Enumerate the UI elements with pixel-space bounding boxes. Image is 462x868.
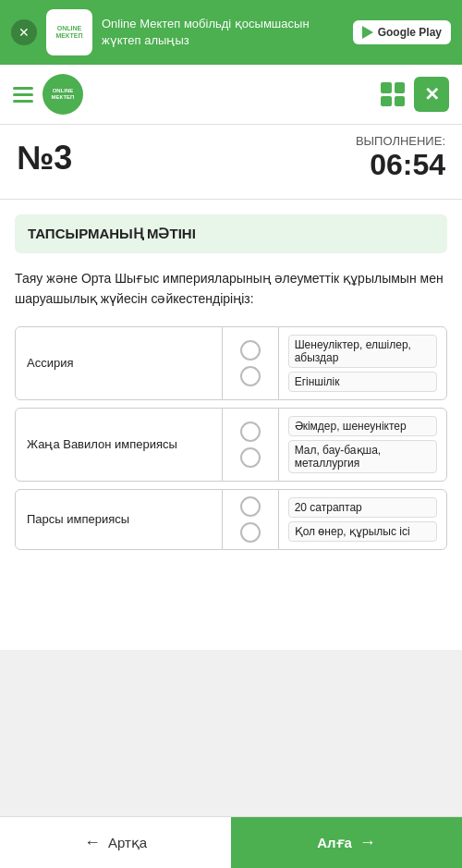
play-icon bbox=[362, 26, 373, 39]
right-item-3-1: Қол өнер, құрылыс ісі bbox=[288, 521, 437, 542]
google-play-label: Google Play bbox=[378, 26, 442, 39]
right-item-2-0: Әкімдер, шенеуніктер bbox=[288, 416, 437, 436]
radio-3-top[interactable] bbox=[240, 496, 261, 517]
back-label: Артқа bbox=[108, 835, 147, 851]
task-title-box: ТАПСЫРМАНЫҢ МӘТІНІ bbox=[15, 214, 447, 253]
left-cell-3: Парсы империясы bbox=[15, 489, 223, 550]
right-cell-1: Шенеуліктер, елшілер, абыздар Егіншілік bbox=[278, 326, 447, 400]
match-row-2: Жаңа Вавилон империясы Әкімдер, шенеунік… bbox=[15, 408, 447, 482]
right-item-3-0: 20 сатраптар bbox=[288, 497, 437, 518]
right-cell-2: Әкімдер, шенеуніктер Мал, бау-бақша, мет… bbox=[278, 408, 447, 482]
forward-label: Алға bbox=[317, 835, 352, 851]
bottom-nav: ← Артқа Алға → bbox=[0, 816, 462, 868]
left-cell-2: Жаңа Вавилон империясы bbox=[15, 408, 223, 482]
banner-close-button[interactable]: ✕ bbox=[11, 19, 37, 45]
header-logo: ONLINE МЕКТЕП bbox=[43, 74, 83, 115]
left-cell-text-2: Жаңа Вавилон империясы bbox=[27, 437, 177, 451]
header-bar: ONLINE МЕКТЕП ✕ bbox=[0, 65, 462, 125]
banner-logo: ONLINE МЕКТЕП bbox=[46, 9, 92, 55]
radio-2-bottom[interactable] bbox=[240, 447, 261, 468]
timer-label: ВЫПОЛНЕНИЕ: bbox=[356, 134, 445, 148]
right-item-1-0: Шенеуліктер, елшілер, абыздар bbox=[288, 335, 437, 368]
left-cell-text-1: Ассирия bbox=[27, 356, 73, 370]
forward-button[interactable]: Алға → bbox=[231, 817, 462, 868]
radio-pair-1 bbox=[223, 326, 278, 400]
banner-text: Online Мектеп мобільді қосымшасын жүктеп… bbox=[102, 16, 344, 49]
google-play-button[interactable]: Google Play bbox=[353, 20, 451, 44]
timer-block: ВЫПОЛНЕНИЕ: 06:54 bbox=[356, 134, 445, 182]
back-button[interactable]: ← Артқа bbox=[0, 817, 231, 868]
main-content: ТАПСЫРМАНЫҢ МӘТІНІ Таяу және Орта Шығыс … bbox=[0, 200, 462, 650]
right-item-1-1: Егіншілік bbox=[288, 372, 437, 392]
back-arrow-icon: ← bbox=[84, 833, 101, 852]
radio-pair-3 bbox=[223, 489, 278, 550]
timer-value: 06:54 bbox=[370, 148, 445, 181]
match-row-1: Ассирия Шенеуліктер, елшілер, абыздар Ег… bbox=[15, 326, 447, 400]
radio-1-top[interactable] bbox=[240, 340, 261, 361]
radio-pair-2 bbox=[223, 408, 278, 482]
forward-arrow-icon: → bbox=[359, 833, 376, 852]
task-description: Таяу және Орта Шығыс империяларының әлеу… bbox=[15, 268, 447, 310]
radio-1-bottom[interactable] bbox=[240, 366, 261, 386]
task-header: №3 ВЫПОЛНЕНИЕ: 06:54 bbox=[0, 125, 462, 200]
radio-3-bottom[interactable] bbox=[240, 522, 261, 543]
right-cell-3: 20 сатраптар Қол өнер, құрылыс ісі bbox=[278, 489, 447, 550]
task-number: №3 bbox=[17, 139, 356, 177]
grid-view-icon[interactable] bbox=[381, 82, 405, 106]
left-cell-1: Ассирия bbox=[15, 326, 223, 400]
right-item-2-1: Мал, бау-бақша, металлургия bbox=[288, 440, 437, 473]
left-cell-text-3: Парсы империясы bbox=[27, 512, 129, 526]
close-button[interactable]: ✕ bbox=[414, 77, 449, 112]
radio-2-top[interactable] bbox=[240, 422, 261, 442]
hamburger-menu-icon[interactable] bbox=[13, 87, 33, 103]
top-banner: ✕ ONLINE МЕКТЕП Online Мектеп мобільді қ… bbox=[0, 0, 462, 65]
task-title: ТАПСЫРМАНЫҢ МӘТІНІ bbox=[28, 226, 196, 241]
match-row-3: Парсы империясы 20 сатраптар Қол өнер, қ… bbox=[15, 489, 447, 550]
